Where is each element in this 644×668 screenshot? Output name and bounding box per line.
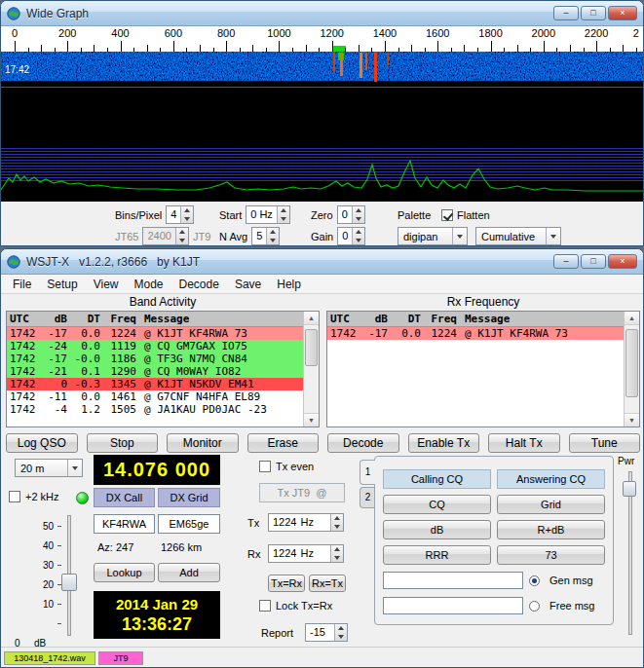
decoded-message-row[interactable]: 1742-110.01461@ G7CNF N4HFA EL89 xyxy=(7,390,303,403)
button-tune[interactable]: Tune xyxy=(569,433,641,453)
spin-down[interactable] xyxy=(353,215,364,224)
tab-2[interactable]: 2 xyxy=(360,487,375,508)
decoded-message-row[interactable]: 1742-170.01224@ K1JT KF4RWA 73 xyxy=(7,327,303,340)
menu-item-setup[interactable]: Setup xyxy=(39,276,85,293)
spin-down[interactable] xyxy=(176,237,188,245)
decoded-message-row[interactable]: 1742-17-0.01186@ TF3G N7MQ CN84 xyxy=(7,353,303,365)
band-activity-scrollbar[interactable]: ▲ ▼ xyxy=(303,312,319,427)
spin-up[interactable] xyxy=(176,228,188,237)
message-button-db[interactable]: dB xyxy=(383,520,491,539)
gen-msg-input[interactable] xyxy=(383,572,523,589)
spin-down[interactable] xyxy=(331,554,343,563)
menu-item-save[interactable]: Save xyxy=(227,276,269,293)
dx-grid-button[interactable]: DX Grid xyxy=(158,488,220,507)
button-decode[interactable]: Decode xyxy=(327,433,399,453)
spin-up[interactable] xyxy=(278,206,289,215)
button-erase[interactable]: Erase xyxy=(247,433,320,453)
band-select-dropdown[interactable]: 20 m xyxy=(15,459,83,477)
spin-up[interactable] xyxy=(335,624,347,633)
spin-down[interactable] xyxy=(267,237,279,245)
rx-eq-tx-button[interactable]: Rx=Tx xyxy=(309,575,346,592)
palette-dropdown[interactable]: digipan xyxy=(398,227,468,245)
free-msg-input[interactable] xyxy=(383,597,523,614)
menu-item-help[interactable]: Help xyxy=(269,276,309,293)
rx-freq-spinner[interactable]: 1224 Hz xyxy=(268,544,344,563)
column-header-dt: DT xyxy=(388,313,421,325)
decoded-message-row[interactable]: 1742-170.01224@ K1JT KF4RWA 73 xyxy=(327,327,624,340)
button-monitor[interactable]: Monitor xyxy=(167,433,239,453)
decoded-message-row[interactable]: 17420-0.31345@ K1JT N5KDV EM41 xyxy=(7,378,303,390)
message-button-cq[interactable]: CQ xyxy=(383,495,491,514)
pwr-slider-handle[interactable] xyxy=(623,481,636,497)
tx-even-label: Tx even xyxy=(276,461,314,472)
message-button-73[interactable]: 73 xyxy=(497,545,605,565)
menu-item-mode[interactable]: Mode xyxy=(127,276,171,293)
tab-1[interactable]: 1 xyxy=(360,460,375,485)
waterfall-display[interactable]: 17:42 xyxy=(1,52,644,145)
spectrum-display[interactable] xyxy=(1,145,644,202)
spin-up[interactable] xyxy=(353,228,364,237)
scroll-up-button[interactable]: ▲ xyxy=(625,312,639,325)
decoded-message-row[interactable]: 1742-210.11290@ CQ M0WAY IO82 xyxy=(7,365,303,378)
menu-item-file[interactable]: File xyxy=(5,276,39,293)
lookup-button[interactable]: Lookup xyxy=(94,563,155,582)
menu-item-decode[interactable]: Decode xyxy=(171,276,227,293)
add-button[interactable]: Add xyxy=(158,563,220,582)
minimize-button[interactable]: – xyxy=(553,6,579,20)
display-mode-dropdown[interactable]: Cumulative xyxy=(475,227,561,245)
button-stop[interactable]: Stop xyxy=(87,433,159,453)
message-button-grid[interactable]: Grid xyxy=(497,495,605,514)
spin-up[interactable] xyxy=(331,514,343,523)
message-button-r-db[interactable]: R+dB xyxy=(497,520,605,539)
tx-eq-rx-button[interactable]: Tx=Rx xyxy=(268,575,305,592)
spin-down[interactable] xyxy=(353,237,364,245)
scroll-up-button[interactable]: ▲ xyxy=(304,312,319,325)
spin-up[interactable] xyxy=(353,206,364,215)
tx-freq-spinner[interactable]: 1224 Hz xyxy=(268,513,344,532)
dx-call-button[interactable]: DX Call xyxy=(94,488,155,507)
gain-spinner[interactable]: 0 xyxy=(337,227,365,245)
button-halt-tx[interactable]: Halt Tx xyxy=(488,433,560,453)
flatten-checkbox[interactable] xyxy=(441,209,453,221)
spin-up[interactable] xyxy=(181,206,193,215)
gen-msg-radio[interactable] xyxy=(529,575,540,586)
scroll-thumb[interactable] xyxy=(305,329,318,366)
scroll-down-button[interactable]: ▼ xyxy=(625,413,639,427)
navg-spinner[interactable]: 5 xyxy=(251,227,280,245)
spin-down[interactable] xyxy=(331,523,343,532)
decoded-message-row[interactable]: 1742-41.21505@ JA1KAU PD0JAC -23 xyxy=(7,403,303,416)
spin-down[interactable] xyxy=(335,633,347,642)
db-slider-handle[interactable] xyxy=(61,574,77,591)
spin-up[interactable] xyxy=(267,228,279,237)
lock-tx-rx-checkbox[interactable] xyxy=(259,600,271,612)
button-log-qso[interactable]: Log QSO xyxy=(6,433,78,453)
maximize-button[interactable]: □ xyxy=(581,6,606,20)
free-msg-radio[interactable] xyxy=(529,601,540,612)
frequency-scale[interactable]: 0200400600800100012001400160018002000220… xyxy=(1,26,644,52)
spin-up[interactable] xyxy=(331,545,343,554)
spin-down[interactable] xyxy=(278,215,289,224)
dx-call-input[interactable] xyxy=(94,514,155,534)
bins-pixel-spinner[interactable]: 4 xyxy=(166,205,194,224)
scroll-down-button[interactable]: ▼ xyxy=(304,413,319,427)
spin-down[interactable] xyxy=(181,215,193,224)
tx-even-checkbox[interactable] xyxy=(259,461,271,472)
close-button[interactable]: × xyxy=(608,254,637,269)
start-spinner[interactable]: 0 Hz xyxy=(246,205,290,224)
plus-2khz-checkbox[interactable] xyxy=(9,491,20,502)
close-button[interactable]: × xyxy=(608,6,637,20)
maximize-button[interactable]: □ xyxy=(581,254,606,269)
scroll-thumb[interactable] xyxy=(625,329,638,397)
menu-item-view[interactable]: View xyxy=(86,276,127,293)
minimize-button[interactable]: – xyxy=(553,254,579,269)
decoded-message-row[interactable]: 1742-240.01119@ CQ GM7GAX IO75 xyxy=(7,340,303,353)
button-enable-tx[interactable]: Enable Tx xyxy=(408,433,480,453)
wsjtx-titlebar[interactable]: WSJT-X v1.2.2, r3666 by K1JT – □ × xyxy=(1,249,643,275)
split-spinner[interactable]: 2400 xyxy=(142,227,188,245)
dx-grid-input[interactable] xyxy=(158,514,220,534)
wide-graph-titlebar[interactable]: Wide Graph – □ × xyxy=(1,1,643,26)
rx-frequency-scrollbar[interactable]: ▲ ▼ xyxy=(624,312,639,427)
zero-spinner[interactable]: 0 xyxy=(337,205,365,224)
message-button-rrr[interactable]: RRR xyxy=(383,545,491,565)
report-spinner[interactable]: -15 xyxy=(305,623,348,642)
